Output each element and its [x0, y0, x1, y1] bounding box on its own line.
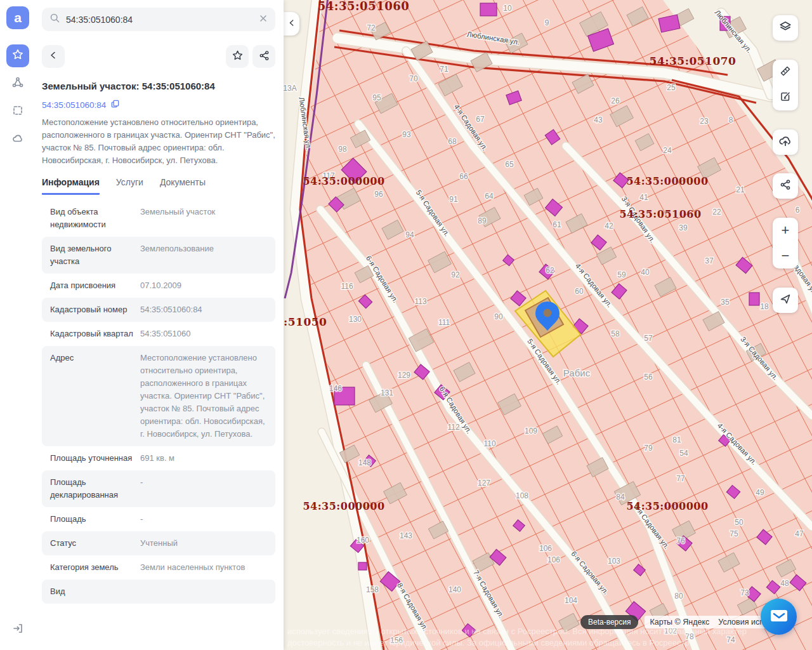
back-button[interactable] — [42, 45, 65, 68]
layers-button[interactable] — [773, 15, 798, 41]
envelope-icon — [769, 608, 789, 626]
row-label: Категория земель — [50, 561, 134, 574]
parcel-number: 21 — [736, 185, 745, 194]
parcel-number: 98 — [338, 145, 347, 154]
parcel-number: 68 — [448, 137, 457, 146]
parcel-number: 57 — [644, 334, 653, 343]
parcel-number: 96 — [374, 190, 383, 199]
collapse-panel-button[interactable] — [284, 12, 299, 36]
parcel-number: 70 — [409, 74, 418, 83]
exit-button[interactable] — [6, 618, 29, 641]
map-copyright[interactable]: Карты © Яндекс — [650, 618, 709, 627]
tab-services[interactable]: Услуги — [116, 177, 143, 195]
row-label: Вид — [50, 585, 134, 598]
parcel-number: 18 — [760, 302, 769, 311]
graph-tools-button[interactable] — [6, 72, 29, 95]
table-row: Вид объекта недвижимостиЗемельный участо… — [42, 200, 275, 237]
parcel-number: 79 — [644, 444, 653, 453]
parcel-number: 110 — [483, 439, 495, 448]
parcel-number: 103 — [608, 557, 620, 566]
copy-icon[interactable] — [110, 99, 120, 110]
parcel-number: 24 — [663, 146, 672, 155]
tab-documents[interactable]: Документы — [160, 177, 206, 195]
clear-search-icon[interactable] — [259, 14, 268, 25]
parcel-number: 47 — [795, 529, 804, 538]
cloud-icon — [11, 132, 24, 147]
share-object-button[interactable] — [252, 45, 275, 68]
icon-rail: a — [0, 0, 36, 650]
map-disclaimer: использует сведения из открытых источник… — [287, 626, 812, 649]
cadastral-map[interactable]: Люблинская ул.Люблинская ул.Люблинская у… — [284, 0, 812, 650]
parcel-number: 148 — [358, 458, 371, 467]
upload-button[interactable] — [773, 129, 798, 155]
parcel-number: 26 — [611, 96, 620, 105]
ruler-button[interactable] — [773, 60, 798, 85]
parcel-number: 61 — [553, 220, 561, 229]
table-row: Площадь- — [42, 507, 275, 531]
zoom-in-button[interactable]: + — [773, 218, 798, 243]
row-label: Площадь — [50, 513, 134, 526]
parcel-number: 22 — [712, 208, 721, 216]
cloud-button[interactable] — [6, 128, 29, 151]
parcel-number: 10 — [503, 4, 512, 13]
building-registered — [480, 3, 497, 16]
cadastral-number-link[interactable]: 54:35:051060:84 — [42, 100, 106, 110]
table-row: Площадь уточненная691 кв. м — [42, 446, 275, 470]
favorite-object-button[interactable] — [226, 45, 249, 68]
tab-bar: ИнформацияУслугиДокументы — [36, 167, 284, 195]
minus-icon: − — [782, 249, 790, 263]
table-row: Кадастровый номер54:35:051060:84 — [42, 298, 275, 322]
parcel-number: 41 — [639, 193, 648, 202]
chat-button[interactable] — [761, 599, 797, 635]
zoom-group: + − — [773, 218, 798, 269]
measure-draw-group — [773, 60, 798, 110]
search-bar[interactable] — [42, 8, 275, 31]
quarter-label: 54:35:051060 — [318, 0, 410, 13]
app-logo[interactable]: a — [6, 6, 29, 29]
tab-information[interactable]: Информация — [42, 177, 100, 195]
edit-button[interactable] — [773, 85, 798, 110]
favorites-button[interactable] — [6, 44, 29, 67]
table-row: АдресМестоположение установлено относите… — [42, 346, 275, 446]
parcel-number: 113 — [414, 297, 426, 306]
exit-icon — [11, 622, 24, 637]
info-panel: Земельный участок: 54:35:051060:84 54:35… — [36, 0, 284, 650]
table-row: Вид — [42, 580, 275, 604]
parcel-number: 146 — [329, 384, 342, 393]
row-value: - — [140, 476, 269, 501]
parcel-number: 43 — [594, 116, 603, 124]
parcel-number: 129 — [398, 371, 410, 380]
search-input[interactable] — [66, 15, 253, 25]
layers-icon — [778, 20, 792, 36]
quarter-label: 54:35:000000 — [626, 500, 708, 512]
parcel-number: 130 — [349, 315, 362, 324]
parcel-number: 25 — [667, 83, 676, 92]
object-toolbar — [36, 37, 284, 68]
parcel-number: 49 — [756, 488, 764, 497]
parcel-number: 37 — [705, 256, 714, 265]
row-value — [140, 585, 269, 598]
parcel-number: 40 — [641, 268, 650, 277]
parcel-number: 48 — [780, 579, 789, 588]
building-registered — [358, 562, 367, 570]
chevron-left-icon — [48, 50, 59, 63]
parcel-number: 104 — [565, 596, 577, 605]
locate-button[interactable] — [773, 288, 798, 313]
row-label: Кадастровый номер — [50, 303, 134, 316]
beta-badge: Beta-версия — [580, 615, 638, 629]
row-label: Дата присвоения — [50, 279, 134, 292]
dashed-square-icon — [11, 104, 24, 119]
map-area[interactable]: Люблинская ул.Люблинская ул.Люблинская у… — [284, 0, 812, 650]
place-label: Рабис — [563, 368, 591, 378]
parcel-number: 9 — [545, 18, 549, 27]
share-map-button[interactable] — [773, 173, 798, 199]
parcel-number: 66 — [459, 172, 468, 181]
parcel-number: 62 — [546, 266, 554, 275]
parcel-number: 76 — [676, 536, 685, 545]
parcel-number: 13А — [284, 84, 297, 93]
row-value: 54:35:051060 — [140, 328, 269, 340]
area-select-button[interactable] — [6, 100, 29, 123]
share-icon — [779, 178, 792, 194]
zoom-out-button[interactable]: − — [773, 243, 798, 269]
parcel-number: 67 — [476, 115, 485, 124]
